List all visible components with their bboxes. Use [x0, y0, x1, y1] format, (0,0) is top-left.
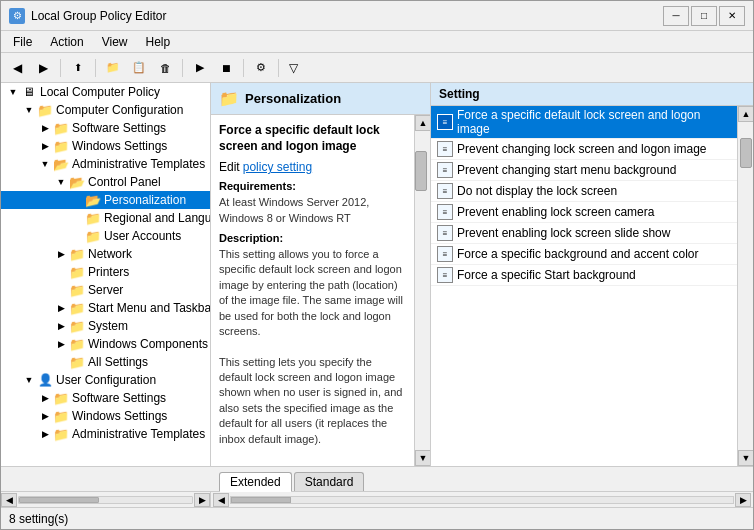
- settings-hscroll-thumb[interactable]: [231, 497, 291, 503]
- settings-icon-0: ≡: [437, 114, 453, 130]
- toggle-windows-components[interactable]: ▶: [53, 336, 69, 352]
- toolbar-up[interactable]: ⬆: [66, 57, 90, 79]
- tree-item-user-config[interactable]: ▼ 👤 User Configuration: [1, 371, 210, 389]
- toolbar-stop[interactable]: ⏹: [214, 57, 238, 79]
- settings-item-4[interactable]: ≡ Prevent enabling lock screen camera: [431, 202, 737, 223]
- toolbar-show-hide[interactable]: 📁: [101, 57, 125, 79]
- toggle-software-settings2[interactable]: ▶: [37, 390, 53, 406]
- toolbar-sep1: [60, 59, 61, 77]
- tree-item-system[interactable]: ▶ 📁 System: [1, 317, 210, 335]
- toolbar-run[interactable]: ▶: [188, 57, 212, 79]
- scroll-down-btn[interactable]: ▼: [415, 450, 430, 466]
- tree-item-start-menu[interactable]: ▶ 📁 Start Menu and Taskba...: [1, 299, 210, 317]
- folder-admin-templates: 📂: [53, 156, 69, 172]
- folder-regional: 📁: [85, 210, 101, 226]
- close-button[interactable]: ✕: [719, 6, 745, 26]
- settings-item-7[interactable]: ≡ Force a specific Start background: [431, 265, 737, 286]
- settings-item-6[interactable]: ≡ Force a specific background and accent…: [431, 244, 737, 265]
- settings-item-0[interactable]: ≡ Force a specific default lock screen a…: [431, 106, 737, 139]
- toggle-user-config[interactable]: ▼: [21, 372, 37, 388]
- menu-help[interactable]: Help: [138, 33, 179, 51]
- tab-extended[interactable]: Extended: [219, 472, 292, 492]
- detail-requirements: Requirements: At least Windows Server 20…: [219, 180, 406, 226]
- tree-panel: ▼ 🖥 Local Computer Policy ▼ 📁 Computer C…: [1, 83, 211, 466]
- scroll-track-area: [415, 131, 430, 450]
- toolbar-back[interactable]: ◀: [5, 57, 29, 79]
- settings-hscroll-left[interactable]: ◀: [213, 493, 229, 507]
- tree-label-printers: Printers: [88, 265, 129, 279]
- policy-setting-link[interactable]: policy setting: [243, 160, 312, 174]
- detail-scrollbar[interactable]: ▲ ▼: [414, 115, 430, 466]
- settings-item-5[interactable]: ≡ Prevent enabling lock screen slide sho…: [431, 223, 737, 244]
- hscroll-right-btn[interactable]: ▶: [194, 493, 210, 507]
- toggle-windows-settings[interactable]: ▶: [37, 138, 53, 154]
- settings-item-1[interactable]: ≡ Prevent changing lock screen and logon…: [431, 139, 737, 160]
- tabs-container: Extended Standard: [1, 467, 753, 491]
- toggle-regional[interactable]: [69, 210, 85, 226]
- tree-item-control-panel[interactable]: ▼ 📂 Control Panel: [1, 173, 210, 191]
- toggle-control-panel[interactable]: ▼: [53, 174, 69, 190]
- toggle-admin-templates2[interactable]: ▶: [37, 426, 53, 442]
- toggle-printers[interactable]: [53, 264, 69, 280]
- settings-scroll-up[interactable]: ▲: [738, 106, 753, 122]
- tree-item-network[interactable]: ▶ 📁 Network: [1, 245, 210, 263]
- main-area: ▼ 🖥 Local Computer Policy ▼ 📁 Computer C…: [1, 83, 753, 507]
- toggle-user-accounts[interactable]: [69, 228, 85, 244]
- description-text: This setting allows you to force a speci…: [219, 247, 406, 447]
- tab-standard[interactable]: Standard: [294, 472, 365, 491]
- toggle-system[interactable]: ▶: [53, 318, 69, 334]
- settings-scroll-thumb[interactable]: [740, 138, 752, 168]
- toggle-software-settings[interactable]: ▶: [37, 120, 53, 136]
- tree-item-computer-config[interactable]: ▼ 📁 Computer Configuration: [1, 101, 210, 119]
- toggle-server[interactable]: [53, 282, 69, 298]
- tree-item-admin-templates[interactable]: ▼ 📂 Administrative Templates: [1, 155, 210, 173]
- tree-item-windows-settings[interactable]: ▶ 📁 Windows Settings: [1, 137, 210, 155]
- tree-item-user-accounts[interactable]: 📁 User Accounts: [1, 227, 210, 245]
- tree-item-windows-settings2[interactable]: ▶ 📁 Windows Settings: [1, 407, 210, 425]
- minimize-button[interactable]: ─: [663, 6, 689, 26]
- scroll-thumb[interactable]: [415, 151, 427, 191]
- menu-file[interactable]: File: [5, 33, 40, 51]
- hscroll-thumb[interactable]: [19, 497, 99, 503]
- folder-software-settings2: 📁: [53, 390, 69, 406]
- toolbar-settings[interactable]: ⚙: [249, 57, 273, 79]
- toolbar-properties[interactable]: 📋: [127, 57, 151, 79]
- tree-item-admin-templates2[interactable]: ▶ 📁 Administrative Templates: [1, 425, 210, 443]
- tree-label-computer-config: Computer Configuration: [56, 103, 183, 117]
- toggle-network[interactable]: ▶: [53, 246, 69, 262]
- computer-icon: 🖥: [21, 84, 37, 100]
- tree-item-all-settings[interactable]: 📁 All Settings: [1, 353, 210, 371]
- toggle-admin-templates[interactable]: ▼: [37, 156, 53, 172]
- tree-item-software-settings2[interactable]: ▶ 📁 Software Settings: [1, 389, 210, 407]
- tree-item-personalization[interactable]: 📂 Personalization: [1, 191, 210, 209]
- settings-hscroll-right[interactable]: ▶: [735, 493, 751, 507]
- maximize-button[interactable]: □: [691, 6, 717, 26]
- scroll-up-btn[interactable]: ▲: [415, 115, 430, 131]
- tree-item-local-policy[interactable]: ▼ 🖥 Local Computer Policy: [1, 83, 210, 101]
- toggle-all-settings[interactable]: [53, 354, 69, 370]
- toggle-local-policy[interactable]: ▼: [5, 84, 21, 100]
- detail-folder-label: Personalization: [245, 91, 341, 106]
- settings-scroll-down[interactable]: ▼: [738, 450, 753, 466]
- hscroll-left-btn[interactable]: ◀: [1, 493, 17, 507]
- toolbar-delete[interactable]: 🗑: [153, 57, 177, 79]
- tree-item-printers[interactable]: 📁 Printers: [1, 263, 210, 281]
- toggle-computer-config[interactable]: ▼: [21, 102, 37, 118]
- menu-view[interactable]: View: [94, 33, 136, 51]
- settings-scrollbar[interactable]: ▲ ▼: [737, 106, 753, 466]
- folder-all-settings: 📁: [69, 354, 85, 370]
- settings-item-2[interactable]: ≡ Prevent changing start menu background: [431, 160, 737, 181]
- settings-item-3[interactable]: ≡ Do not display the lock screen: [431, 181, 737, 202]
- tree-item-software-settings[interactable]: ▶ 📁 Software Settings: [1, 119, 210, 137]
- tree-label-network: Network: [88, 247, 132, 261]
- settings-label-5: Prevent enabling lock screen slide show: [457, 226, 670, 240]
- menu-action[interactable]: Action: [42, 33, 91, 51]
- toggle-personalization[interactable]: [69, 192, 85, 208]
- tree-label-server: Server: [88, 283, 123, 297]
- toolbar-forward[interactable]: ▶: [31, 57, 55, 79]
- toggle-start-menu[interactable]: ▶: [53, 300, 69, 316]
- tree-item-server[interactable]: 📁 Server: [1, 281, 210, 299]
- tree-item-windows-components[interactable]: ▶ 📁 Windows Components: [1, 335, 210, 353]
- toggle-windows-settings2[interactable]: ▶: [37, 408, 53, 424]
- tree-item-regional[interactable]: 📁 Regional and Langu...: [1, 209, 210, 227]
